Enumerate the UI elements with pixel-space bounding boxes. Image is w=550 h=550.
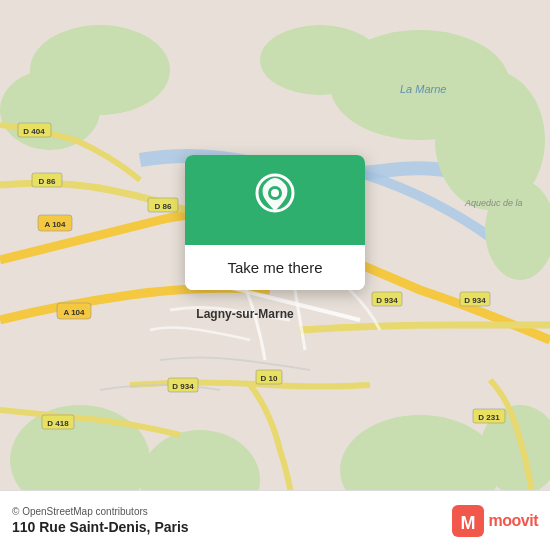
action-card: Take me there (185, 155, 365, 290)
svg-text:D 86: D 86 (155, 202, 172, 211)
location-pin-icon (253, 173, 297, 227)
svg-point-38 (271, 189, 279, 197)
svg-text:D 231: D 231 (478, 413, 500, 422)
svg-text:Aqueduc de la: Aqueduc de la (464, 198, 523, 208)
svg-text:D 404: D 404 (23, 127, 45, 136)
svg-point-2 (260, 25, 380, 95)
moovit-text: moovit (489, 512, 538, 530)
svg-text:D 418: D 418 (47, 419, 69, 428)
osm-attribution: © OpenStreetMap contributors (12, 506, 189, 517)
svg-text:D 86: D 86 (39, 177, 56, 186)
address-text: 110 Rue Saint-Denis, Paris (12, 519, 189, 535)
svg-text:A 104: A 104 (44, 220, 66, 229)
svg-text:D 10: D 10 (261, 374, 278, 383)
moovit-logo: M moovit (452, 505, 538, 537)
map-container: A 104 A 104 D 86 D 86 D 404 D 934 D 934 … (0, 0, 550, 550)
svg-text:D 934: D 934 (376, 296, 398, 305)
svg-text:A 104: A 104 (63, 308, 85, 317)
moovit-logo-icon: M (452, 505, 484, 537)
svg-point-4 (0, 70, 100, 150)
svg-text:M: M (460, 513, 475, 533)
bottom-info-bar: © OpenStreetMap contributors 110 Rue Sai… (0, 490, 550, 550)
svg-text:Lagny-sur-Marne: Lagny-sur-Marne (196, 307, 294, 321)
take-me-there-button[interactable]: Take me there (185, 245, 365, 290)
svg-text:D 934: D 934 (172, 382, 194, 391)
bottom-left-info: © OpenStreetMap contributors 110 Rue Sai… (12, 506, 189, 535)
svg-text:La Marne: La Marne (400, 83, 446, 95)
card-header (185, 155, 365, 245)
svg-text:D 934: D 934 (464, 296, 486, 305)
